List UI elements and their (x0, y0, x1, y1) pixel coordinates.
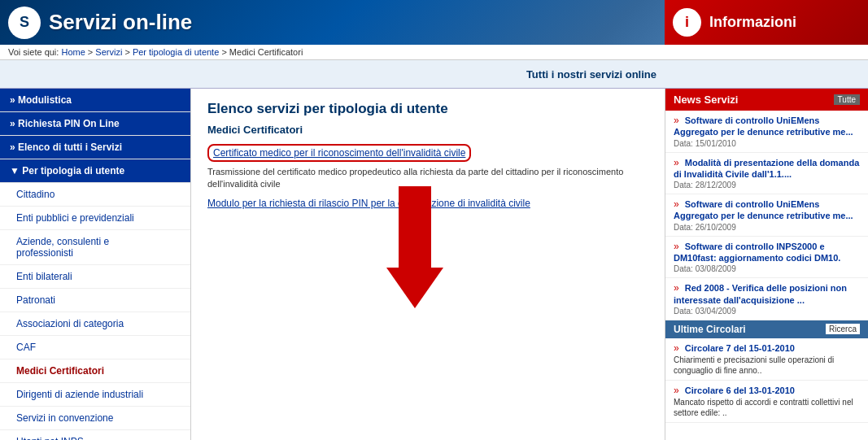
ricerca-button[interactable]: Ricerca (826, 324, 860, 334)
news-arrow-icon-5: » (674, 282, 679, 294)
news-item-4: » Software di controllo INPS2000 e DM10f… (665, 237, 868, 279)
sidebar-item-enti-pubblici[interactable]: Enti pubblici e previdenziali (0, 207, 190, 230)
red-arrow (386, 186, 443, 308)
logo-icon: S (8, 7, 41, 39)
content-subtitle: Medici Certificatori (207, 124, 648, 136)
sidebar-item-richiesta-pin[interactable]: » Richiesta PIN On Line (0, 112, 190, 136)
sidebar-item-modulistica[interactable]: » Modulistica (0, 89, 190, 112)
sidebar-item-enti-bilaterali[interactable]: Enti bilaterali (0, 265, 190, 289)
breadcrumb-servizi[interactable]: Servizi (95, 47, 122, 57)
sidebar-item-associazioni[interactable]: Associazioni di categoria (0, 312, 190, 336)
news-item-5: » Red 2008 - Verifica delle posizioni no… (665, 278, 868, 320)
content-title: Elenco servizi per tipologia di utente (207, 101, 648, 117)
site-title: Servizi on-line (49, 10, 192, 35)
sidebar-item-medici-cert[interactable]: Medici Certificatori (0, 359, 190, 383)
arrow-head (386, 268, 443, 308)
news-servizi-label: News Servizi (674, 94, 739, 106)
news-item-3: » Software di controllo UniEMens Aggrega… (665, 194, 868, 237)
news-date-4: Data: 03/08/2009 (674, 264, 860, 273)
tutte-button[interactable]: Tutte (834, 94, 860, 105)
news-link-3[interactable]: Software di controllo UniEMens Aggregato… (674, 199, 853, 220)
sidebar-item-aziende[interactable]: Aziende, consulenti eprofessionisti (0, 230, 190, 265)
ultime-circolari-label: Ultime Circolari (674, 324, 746, 335)
news-link-2[interactable]: Modalità di presentazione della domanda … (674, 158, 859, 179)
circolare-desc-2: Mancato rispetto di accordi e contratti … (674, 397, 860, 418)
info-icon: i (673, 8, 701, 37)
breadcrumb-current: Medici Certificatori (229, 47, 303, 57)
subheader: Tutti i nostri servizi online (0, 60, 868, 89)
right-panel: News Servizi Tutte » Software di control… (665, 89, 868, 440)
sidebar-item-cittadino[interactable]: Cittadino (0, 183, 190, 207)
circ-arrow-1: » (674, 342, 679, 354)
sidebar-item-caf[interactable]: CAF (0, 336, 190, 359)
news-date-2: Data: 28/12/2009 (674, 181, 860, 190)
sidebar-item-per-tipologia[interactable]: ▼ Per tipologia di utente (0, 159, 190, 183)
sidebar-item-patronati[interactable]: Patronati (0, 289, 190, 312)
sidebar-item-elenco-servizi[interactable]: » Elenco di tutti i Servizi (0, 136, 190, 159)
circolare-link-2[interactable]: Circolare 6 del 13-01-2010 (685, 386, 795, 395)
news-date-3: Data: 26/10/2009 (674, 223, 860, 232)
circolare-2: » Circolare 6 del 13-01-2010 Mancato ris… (665, 381, 868, 423)
sidebar: » Modulistica » Richiesta PIN On Line » … (0, 89, 191, 440)
sidebar-item-servizi-conv[interactable]: Servizi in convenzione (0, 407, 190, 430)
header: S Servizi on-line i Informazioni (0, 0, 868, 45)
news-item-1: » Software di controllo UniEMens Aggrega… (665, 111, 868, 153)
circ-arrow-2: » (674, 385, 679, 396)
circolare-1: » Circolare 7 del 15-01-2010 Chiarimenti… (665, 338, 868, 381)
arrow-shaft (399, 186, 431, 268)
news-link-1[interactable]: Software di controllo UniEMens Aggregato… (674, 115, 853, 137)
header-logo: S Servizi on-line (8, 7, 192, 39)
ultime-circolari-header: Ultime Circolari Ricerca (665, 320, 868, 338)
content-area: Elenco servizi per tipologia di utente M… (191, 89, 665, 440)
circolare-desc-1: Chiarimenti e precisazioni sulle operazi… (674, 355, 860, 376)
info-panel-title: Informazioni (709, 14, 796, 31)
sidebar-item-utenti-net[interactable]: Utenti net.INPS (0, 430, 190, 440)
news-arrow-icon-3: » (674, 198, 679, 210)
news-servizi-header: News Servizi Tutte (665, 89, 868, 111)
breadcrumb-tipologia[interactable]: Per tipologia di utente (133, 47, 219, 57)
breadcrumb: Voi siete qui: Home > Servizi > Per tipo… (0, 45, 868, 60)
news-arrow-icon: » (674, 115, 679, 126)
news-arrow-icon-4: » (674, 241, 679, 252)
news-item-2: » Modalità di presentazione della domand… (665, 153, 868, 195)
news-date-5: Data: 03/04/2009 (674, 307, 860, 316)
circolare-link-1[interactable]: Circolare 7 del 15-01-2010 (685, 343, 795, 353)
news-link-5[interactable]: Red 2008 - Verifica delle posizioni non … (674, 283, 847, 304)
news-arrow-icon-2: » (674, 157, 679, 168)
news-date-1: Data: 15/01/2010 (674, 139, 860, 148)
breadcrumb-home[interactable]: Home (61, 47, 85, 57)
info-panel: i Informazioni (665, 0, 868, 45)
news-link-4[interactable]: Software di controllo INPS2000 e DM10fas… (674, 242, 840, 263)
main-layout: » Modulistica » Richiesta PIN On Line » … (0, 89, 868, 440)
subheader-text: Tutti i nostri servizi online (526, 68, 656, 81)
service-link-cert-invalidita[interactable]: Certificato medico per il riconoscimento… (207, 144, 471, 162)
sidebar-item-dirigenti[interactable]: Dirigenti di aziende industriali (0, 383, 190, 407)
